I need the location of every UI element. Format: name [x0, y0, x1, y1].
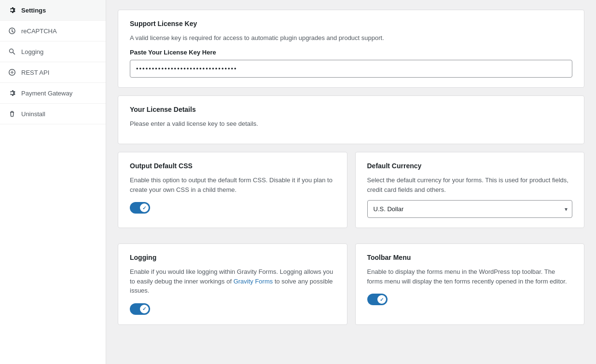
- output-css-toggle-track: ✓: [130, 202, 150, 214]
- toolbar-menu-title: Toolbar Menu: [367, 254, 573, 261]
- sidebar-item-settings-label: Settings: [21, 7, 46, 14]
- output-css-card: Output Default CSS Enable this option to…: [118, 152, 347, 228]
- currency-select-wrap: U.S. Dollar Euro British Pound Australia…: [367, 200, 573, 218]
- api-icon: [8, 68, 16, 77]
- default-currency-desc: Select the default currency for your for…: [367, 175, 573, 194]
- recaptcha-icon: [8, 27, 16, 35]
- license-details-desc: Please enter a valid license key to see …: [130, 119, 572, 129]
- license-key-input[interactable]: [130, 60, 572, 78]
- logging-desc-link[interactable]: Gravity Forms: [234, 278, 273, 285]
- logging-toggle[interactable]: ✓: [130, 303, 150, 315]
- logging-card: Logging Enable if you would like logging…: [118, 243, 347, 325]
- default-currency-card: Default Currency Select the default curr…: [355, 152, 585, 228]
- toolbar-menu-check-icon: ✓: [380, 297, 384, 302]
- sidebar-item-recaptcha-label: reCAPTCHA: [21, 27, 57, 35]
- svg-point-1: [10, 49, 14, 53]
- sidebar-item-logging-label: Logging: [21, 48, 43, 55]
- sidebar-item-logging[interactable]: Logging: [0, 41, 106, 62]
- sidebar-item-rest-api-label: REST API: [21, 69, 49, 76]
- sidebar-item-recaptcha[interactable]: reCAPTCHA: [0, 21, 106, 41]
- sidebar-item-settings[interactable]: Settings: [0, 0, 106, 21]
- logging-toggle-wrap: ✓: [130, 303, 335, 315]
- license-key-title: Support License Key: [130, 20, 572, 27]
- output-css-title: Output Default CSS: [130, 162, 335, 170]
- logging-desc: Enable if you would like logging within …: [130, 267, 335, 296]
- sidebar-item-rest-api[interactable]: REST API: [0, 62, 106, 83]
- license-field-label: Paste Your License Key Here: [130, 49, 572, 56]
- toolbar-menu-toggle-track: ✓: [367, 294, 388, 305]
- license-details-title: Your License Details: [130, 106, 572, 113]
- logging-toggle-track: ✓: [130, 303, 150, 315]
- default-currency-title: Default Currency: [367, 162, 573, 170]
- payment-icon: [8, 89, 16, 97]
- output-css-check-icon: ✓: [142, 205, 146, 211]
- output-css-toggle-wrap: ✓: [130, 202, 335, 214]
- toolbar-menu-toggle[interactable]: ✓: [367, 294, 388, 305]
- logging-toggle-thumb: ✓: [140, 305, 149, 313]
- settings-grid: Output Default CSS Enable this option to…: [118, 152, 584, 333]
- sidebar-item-uninstall[interactable]: Uninstall: [0, 104, 106, 124]
- sidebar-item-payment-gateway[interactable]: Payment Gateway: [0, 83, 106, 104]
- toolbar-menu-card: Toolbar Menu Enable to display the forms…: [355, 243, 585, 325]
- currency-select[interactable]: U.S. Dollar Euro British Pound Australia…: [367, 200, 573, 218]
- sidebar: Settings reCAPTCHA Logging: [0, 0, 106, 364]
- output-css-toggle-thumb: ✓: [140, 203, 149, 212]
- license-details-card: Your License Details Please enter a vali…: [118, 95, 584, 145]
- license-key-desc: A valid license key is required for acce…: [130, 33, 572, 43]
- logging-title: Logging: [130, 254, 335, 261]
- sidebar-item-uninstall-label: Uninstall: [21, 110, 45, 118]
- toolbar-menu-desc: Enable to display the forms menu in the …: [367, 267, 573, 286]
- toolbar-menu-toggle-wrap: ✓: [367, 294, 573, 305]
- output-css-desc: Enable this option to output the default…: [130, 175, 335, 194]
- sidebar-item-payment-gateway-label: Payment Gateway: [21, 90, 72, 97]
- trash-icon: [8, 109, 16, 118]
- gear-icon: [8, 6, 16, 14]
- logging-check-icon: ✓: [142, 306, 146, 311]
- toolbar-menu-toggle-thumb: ✓: [377, 295, 386, 304]
- output-css-toggle[interactable]: ✓: [130, 202, 150, 214]
- svg-line-2: [13, 53, 15, 54]
- search-icon: [8, 47, 16, 56]
- license-key-card: Support License Key A valid license key …: [118, 10, 584, 88]
- main-content: Support License Key A valid license key …: [106, 0, 596, 364]
